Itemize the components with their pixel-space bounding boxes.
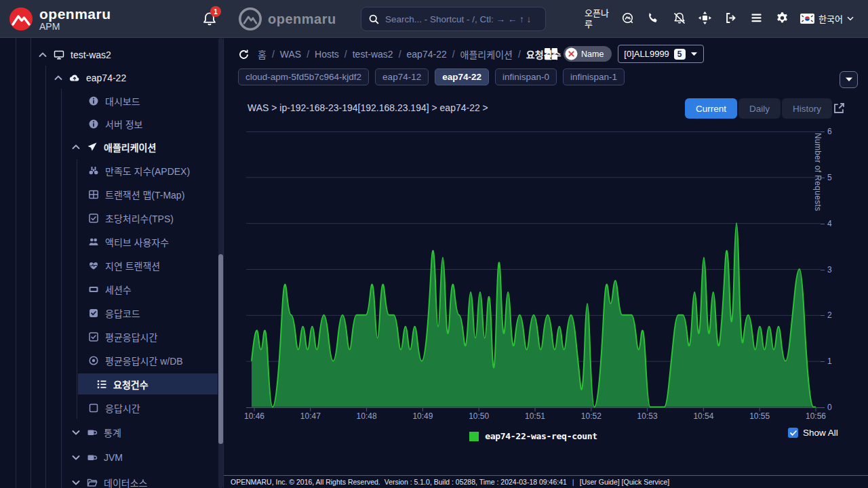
footer-version: Version : 5.1.0, Build : 05288, Time : 2… [384, 478, 567, 486]
sidebar-item-test-was2[interactable]: test-was2 [0, 44, 218, 65]
breadcrumb-was[interactable]: WAS [280, 49, 301, 60]
y-tick-mark [821, 407, 825, 408]
x-tick-label: 10:53 [637, 411, 658, 421]
sidebar-item-label: eap74-22 [86, 73, 126, 83]
footer-links[interactable]: [User Guide] [Quick Service] [580, 478, 669, 486]
sidebar-item-eap74-22[interactable]: eap74-22 [0, 67, 218, 88]
breadcrumb-test-was2[interactable]: test-was2 [353, 49, 393, 60]
heart-pulse-icon [88, 260, 99, 271]
sidebar-item-label: 요청건수 [113, 378, 149, 391]
name-filter-label: Name [581, 49, 604, 59]
x-tick-label: 10:55 [749, 411, 770, 421]
tab-cloud-apm[interactable]: cloud-apm-5fd5b7c964-kjdf2 [238, 68, 369, 85]
app-logo: openmaru APM [8, 6, 111, 32]
chevron-up-icon [37, 49, 48, 60]
sidebar-item-label: 서버 정보 [105, 117, 142, 131]
sidebar-item-response-time[interactable]: 응답시간 [0, 397, 218, 418]
sidebar-item-sessions[interactable]: 세션수 [0, 279, 218, 300]
global-search [361, 7, 546, 31]
fullscreen-icon[interactable] [698, 12, 712, 25]
external-link-icon[interactable] [833, 102, 846, 115]
daily-button[interactable]: Daily [738, 98, 781, 119]
instance-dropdown[interactable]: [0]ALL9999 5 [618, 45, 703, 63]
notifications-off-icon[interactable] [673, 12, 686, 25]
y-axis-title: Number of Requests [813, 133, 823, 211]
session-card-icon [88, 284, 99, 295]
breadcrumb-application[interactable]: 애플리케이션 [460, 47, 513, 61]
sidebar-item-response-codes[interactable]: 응답코드 [0, 302, 218, 323]
show-all-label: Show All [803, 428, 838, 438]
history-button[interactable]: History [782, 98, 832, 119]
y-tick-mark [821, 131, 825, 132]
panel-collapse-button[interactable] [840, 71, 858, 88]
sidebar-item-jvm[interactable]: JVM [0, 447, 218, 468]
tab-eap74-22[interactable]: eap74-22 [435, 68, 489, 85]
openmaru-service-icon[interactable] [621, 12, 635, 25]
caret-down-icon [845, 77, 853, 83]
notification-bell[interactable]: 1 [202, 11, 220, 28]
name-filter-pill[interactable]: Name [564, 46, 612, 62]
sidebar-item-server-info[interactable]: 서버 정보 [0, 113, 218, 134]
y-tick-mark [821, 270, 825, 270]
breadcrumb-eap74-22[interactable]: eap74-22 [407, 49, 447, 60]
list-ol-icon [96, 379, 107, 390]
sidebar-item-label: 대시보드 [105, 94, 140, 108]
refresh-icon[interactable] [238, 49, 250, 60]
x-tick-label: 10:51 [525, 411, 545, 421]
caret-down-icon [690, 52, 698, 57]
sidebar-item-label: 평균응답시간 [105, 330, 157, 344]
sidebar-item-apdex[interactable]: 만족도 지수(APDEX) [0, 160, 218, 181]
openmaru-gray-logo-icon [239, 7, 262, 30]
phone-icon[interactable] [647, 12, 660, 25]
legend-series-label: eap74-22-was-req-count [485, 431, 597, 441]
instance-tabs: cloud-apm-5fd5b7c964-kjdf2 eap74-12 eap7… [238, 68, 625, 85]
sidebar-item-request-count[interactable]: 요청건수 [78, 373, 218, 394]
settings-gear-icon[interactable] [776, 12, 789, 25]
table-view-icon[interactable] [545, 48, 557, 60]
breadcrumb-home[interactable]: 홈 [258, 47, 267, 61]
breadcrumb-hosts[interactable]: Hosts [315, 49, 339, 60]
sidebar-item-avg-response-time[interactable]: 평균응답시간 [0, 326, 218, 347]
show-all-toggle[interactable]: Show All [788, 428, 838, 438]
legend-item-req-count[interactable]: eap74-22-was-req-count [469, 431, 597, 441]
info-circle-icon [88, 119, 99, 129]
binoculars-icon [88, 165, 99, 176]
sidebar-item-label: 응답시간 [105, 401, 140, 415]
korea-flag-icon [800, 14, 814, 24]
menu-icon[interactable] [750, 12, 764, 25]
sidebar-item-label: 통계 [104, 426, 121, 439]
remove-filter-icon[interactable] [565, 47, 578, 60]
chart-path-title: WAS > ip-192-168-23-194[192.168.23.194] … [248, 102, 488, 113]
tab-infinispan-0[interactable]: infinispan-0 [495, 68, 557, 85]
dot-circle-icon [88, 355, 99, 366]
sidebar-item-statistics[interactable]: 통계 [0, 422, 218, 443]
mug-icon [87, 427, 98, 438]
time-range-buttons: Current Daily History [685, 98, 832, 119]
username-label: 오픈나루 [585, 8, 609, 30]
sidebar-item-label: JVM [104, 452, 123, 463]
request-count-chart[interactable]: 10:4610:4710:4810:4910:5010:5110:5210:53… [246, 131, 856, 416]
sidebar-item-delayed-transactions[interactable]: 지연 트랜잭션 [0, 255, 218, 276]
language-selector[interactable]: 한국어 [800, 12, 854, 25]
sidebar-item-label: 초당처리수(TPS) [105, 211, 174, 225]
sidebar-item-application[interactable]: 애플리케이션 [0, 136, 218, 157]
main-content: 홈/ WAS/ Hosts/ test-was2/ eap74-22/ 애플리케… [224, 38, 868, 488]
tab-eap74-12[interactable]: eap74-12 [375, 68, 429, 85]
x-tick-label: 10:48 [357, 411, 377, 421]
tab-infinispan-1[interactable]: infinispan-1 [563, 68, 625, 85]
sidebar-item-active-users[interactable]: 액티브 사용자수 [0, 231, 218, 252]
current-button[interactable]: Current [685, 98, 737, 119]
sidebar-item-datasource[interactable]: 데이터소스 [0, 472, 218, 488]
sidebar-item-tps[interactable]: 초당처리수(TPS) [0, 207, 218, 228]
sidebar-scrollbar-thumb[interactable] [218, 254, 223, 444]
search-input[interactable] [385, 14, 538, 24]
checkbox-checked-icon[interactable] [788, 428, 798, 438]
sidebar-item-tmap[interactable]: 트랜잭션 맵(T-Map) [0, 184, 218, 205]
footer: OPENMARU, Inc. © 2016, All Rights Reserv… [224, 475, 868, 488]
sidebar-item-label: 만족도 지수(APDEX) [105, 164, 190, 178]
sidebar-item-avg-response-time-db[interactable]: 평균응답시간 w/DB [0, 350, 218, 371]
sidebar-item-dashboard[interactable]: 대시보드 [0, 90, 218, 111]
x-tick-label: 10:47 [300, 411, 321, 421]
chevron-up-icon [71, 142, 81, 152]
logout-icon[interactable] [724, 12, 738, 25]
